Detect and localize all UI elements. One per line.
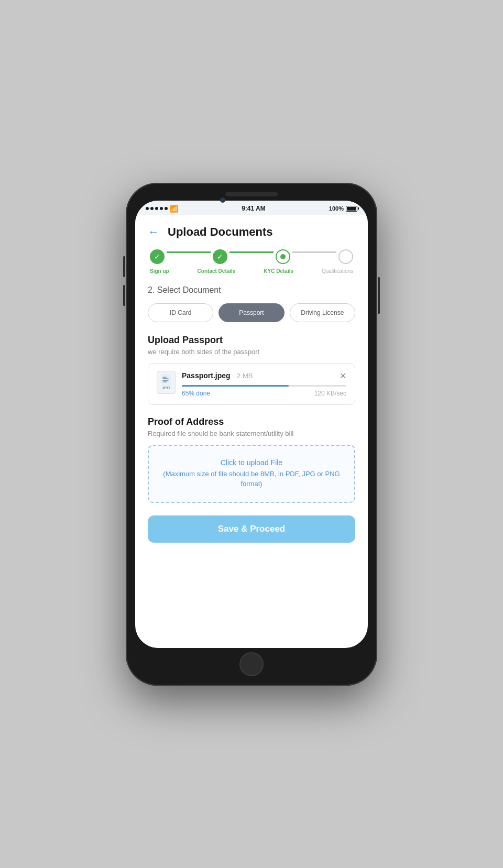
select-document-section: 2. Select Document ID Card Passport Driv… bbox=[148, 285, 355, 322]
step-contact: ✓ bbox=[213, 249, 227, 264]
signal-dot-5 bbox=[165, 207, 168, 210]
battery-percent: 100% bbox=[329, 205, 344, 212]
front-camera bbox=[220, 197, 225, 203]
status-right: 100% bbox=[329, 205, 357, 212]
close-file-button[interactable]: ✕ bbox=[340, 371, 346, 381]
progress-container: ✓ ✓ bbox=[148, 249, 355, 274]
status-left: 📶 bbox=[146, 205, 178, 213]
file-size: 2 MB bbox=[237, 372, 253, 380]
power-button bbox=[378, 277, 380, 314]
doc-type-row: ID Card Passport Driving License bbox=[148, 303, 355, 322]
upload-passport-title: Upload Passport bbox=[148, 335, 355, 346]
wifi-icon: 📶 bbox=[170, 205, 178, 213]
file-name-row: Passport.jpeg 2 MB ✕ bbox=[182, 371, 346, 381]
signal-dot-1 bbox=[146, 207, 149, 210]
label-signup: Sign up bbox=[150, 268, 169, 274]
home-button[interactable] bbox=[239, 652, 264, 676]
phone-frame: 📶 9:41 AM 100% ← Upload Documents bbox=[126, 183, 377, 686]
progress-bar-track bbox=[182, 385, 346, 387]
app-content: ← Upload Documents ✓ ✓ bbox=[135, 215, 368, 648]
page-title: Upload Documents bbox=[168, 225, 272, 239]
step-circle-qualifications bbox=[338, 249, 353, 264]
label-qualifications: Qualifications bbox=[322, 268, 353, 274]
signal-dot-2 bbox=[150, 207, 154, 210]
doc-type-driving-license[interactable]: Driving License bbox=[290, 303, 355, 322]
proof-title: Proof of Address bbox=[148, 416, 355, 427]
doc-type-passport[interactable]: Passport bbox=[218, 303, 284, 322]
proof-desc: Required file should be bank statement/u… bbox=[148, 430, 355, 437]
checkmark-icon: ✓ bbox=[154, 252, 160, 261]
label-contact: Contact Details bbox=[198, 268, 236, 274]
signal-dot-4 bbox=[160, 207, 163, 210]
step-kyc bbox=[276, 249, 290, 264]
signal-dot-3 bbox=[155, 207, 158, 210]
signal-dots bbox=[146, 207, 168, 210]
file-upload-card: JPG Passport.jpeg 2 MB ✕ bbox=[148, 363, 355, 405]
upload-speed: 120 KB/sec bbox=[314, 390, 346, 397]
back-button[interactable]: ← bbox=[148, 225, 159, 239]
file-type-icon: JPG bbox=[157, 371, 176, 394]
upload-passport-section: Upload Passport we require both sides of… bbox=[148, 335, 355, 405]
battery-fill bbox=[347, 207, 356, 211]
step-line-3 bbox=[292, 251, 336, 253]
steps-track: ✓ ✓ bbox=[150, 249, 353, 264]
upload-hint-text: (Maximum size of file should be 8MB, in … bbox=[157, 469, 346, 489]
volume-up-button bbox=[123, 256, 125, 277]
upload-click-text: Click to upload File bbox=[157, 458, 346, 467]
file-name: Passport.jpeg bbox=[182, 371, 231, 380]
file-name-group: Passport.jpeg 2 MB bbox=[182, 371, 253, 380]
select-document-heading: 2. Select Document bbox=[148, 285, 355, 295]
step-qualifications bbox=[338, 249, 353, 264]
header: ← Upload Documents bbox=[148, 223, 355, 239]
progress-info-row: 65% done 120 KB/sec bbox=[182, 390, 346, 397]
step-circle-signup: ✓ bbox=[150, 249, 165, 264]
step-circle-contact: ✓ bbox=[213, 249, 227, 264]
volume-down-button bbox=[123, 285, 125, 306]
label-kyc: KYC Details bbox=[264, 268, 293, 274]
progress-percent: 65% done bbox=[182, 390, 210, 397]
steps-labels: Sign up Contact Details KYC Details Qual… bbox=[150, 266, 353, 274]
upload-passport-desc: we require both sides of the passport bbox=[148, 348, 355, 356]
file-info: Passport.jpeg 2 MB ✕ 65% done 120 KB/sec bbox=[182, 371, 346, 397]
battery-icon bbox=[346, 206, 357, 212]
step-line-2 bbox=[229, 251, 274, 253]
proof-of-address-section: Proof of Address Required file should be… bbox=[148, 416, 355, 503]
checkmark-icon-2: ✓ bbox=[217, 252, 223, 261]
save-proceed-button[interactable]: Save & Proceed bbox=[148, 515, 355, 543]
svg-rect-0 bbox=[161, 374, 171, 386]
progress-bar-fill bbox=[182, 385, 289, 387]
status-bar: 📶 9:41 AM 100% bbox=[135, 201, 368, 215]
step-circle-kyc bbox=[276, 249, 290, 264]
file-icon-label: JPG bbox=[162, 386, 170, 390]
upload-drop-zone[interactable]: Click to upload File (Maximum size of fi… bbox=[148, 445, 355, 503]
doc-type-id-card[interactable]: ID Card bbox=[148, 303, 213, 322]
status-time: 9:41 AM bbox=[242, 205, 266, 212]
step-signup: ✓ bbox=[150, 249, 165, 264]
step-line-1 bbox=[167, 251, 211, 253]
earpiece-speaker bbox=[225, 192, 278, 196]
phone-screen: 📶 9:41 AM 100% ← Upload Documents bbox=[135, 201, 368, 648]
